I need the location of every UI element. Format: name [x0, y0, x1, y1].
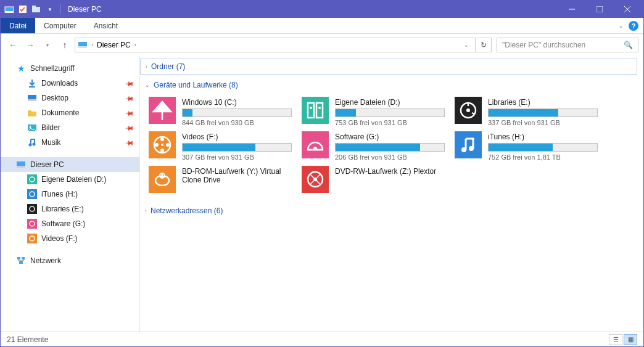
drive-name: Videos (F:) — [182, 133, 294, 141]
ribbon-tab-computer[interactable]: Computer — [35, 18, 85, 33]
breadcrumb-chevron-icon[interactable]: › — [134, 42, 136, 48]
qat-properties-icon[interactable] — [17, 3, 29, 15]
sidebar-item-label: Videos (F:) — [41, 234, 77, 243]
drive-stat: 337 GB frei von 931 GB — [488, 119, 600, 126]
qat-separator — [60, 4, 60, 14]
drive-usage-bar — [335, 143, 445, 152]
drive-name: Software (G:) — [335, 133, 447, 141]
svg-rect-32 — [22, 257, 25, 259]
sidebar-quick-item[interactable]: Musik📌 — [1, 135, 139, 150]
sidebar-this-pc[interactable]: Dieser PC — [1, 157, 139, 172]
sidebar-drive-item[interactable]: Software (G:) — [1, 216, 139, 231]
drive-tile[interactable]: DVD-RW-Laufwerk (Z:) Plextor — [298, 163, 451, 198]
drive-icon — [149, 166, 176, 193]
drive-icon — [27, 218, 38, 229]
sidebar-drive-item[interactable]: Libraries (E:) — [1, 202, 139, 216]
minimize-button[interactable] — [558, 1, 585, 18]
breadcrumb-root[interactable]: Dieser PC — [97, 41, 131, 49]
pin-icon: 📌 — [125, 123, 134, 133]
music-icon — [27, 137, 38, 148]
svg-rect-53 — [455, 131, 482, 158]
svg-point-55 — [469, 146, 474, 151]
svg-rect-31 — [17, 257, 20, 259]
close-button[interactable] — [613, 1, 641, 18]
view-tiles-button[interactable]: ▦ — [624, 334, 637, 345]
search-icon[interactable]: 🔍 — [624, 41, 633, 49]
sidebar-item-label: Netzwerk — [30, 256, 61, 265]
qat-new-folder-icon[interactable] — [30, 3, 43, 15]
drive-usage-bar — [335, 108, 445, 117]
svg-point-15 — [30, 126, 31, 128]
chevron-down-icon: ⌄ — [145, 82, 150, 88]
drive-usage-bar — [488, 108, 598, 117]
view-details-button[interactable]: ☰ — [609, 334, 622, 345]
drive-name: Libraries (E:) — [488, 98, 600, 107]
drive-tile[interactable]: BD-ROM-Laufwerk (Y:) Virtual Clone Drive — [145, 163, 298, 198]
drive-tile[interactable]: Videos (F:)307 GB frei von 931 GB — [145, 129, 298, 163]
sidebar-item-label: Libraries (E:) — [41, 205, 84, 213]
svg-point-61 — [163, 174, 164, 176]
network-icon — [15, 255, 27, 266]
ribbon-tab-view[interactable]: Ansicht — [85, 18, 126, 33]
svg-point-49 — [161, 144, 163, 146]
ribbon-tab-file[interactable]: Datei — [1, 18, 35, 33]
drive-tile[interactable]: iTunes (H:)752 GB frei von 1,81 TB — [451, 129, 604, 163]
drive-name: BD-ROM-Laufwerk (Y:) Virtual Clone Drive — [182, 167, 294, 184]
svg-point-47 — [155, 143, 159, 147]
address-bar[interactable]: › Dieser PC › ⌄ — [75, 38, 476, 52]
qat-dropdown-icon[interactable]: ▼ — [44, 3, 56, 15]
main-content: › Ordner (7) ⌄ Geräte und Laufwerke (8) … — [140, 56, 643, 332]
breadcrumb-chevron-icon[interactable]: › — [91, 42, 93, 48]
sidebar-item-label: Schnellzugriff — [30, 64, 75, 73]
drive-usage-bar — [182, 143, 292, 152]
pictures-icon — [27, 122, 38, 133]
forward-button[interactable]: → — [23, 38, 38, 52]
group-label: Geräte und Laufwerke (8) — [154, 81, 238, 89]
svg-rect-1 — [5, 11, 14, 13]
svg-rect-23 — [27, 189, 37, 199]
titlebar: ▼ Dieser PC — [1, 1, 643, 18]
refresh-button[interactable]: ↻ — [476, 38, 492, 52]
drive-tile[interactable]: Windows 10 (C:)844 GB frei von 930 GB — [145, 94, 298, 129]
svg-point-42 — [466, 108, 470, 112]
sidebar-quick-access[interactable]: ★ Schnellzugriff — [1, 61, 139, 76]
drive-stat: 753 GB frei von 931 GB — [335, 119, 447, 126]
group-network[interactable]: › Netzwerkadressen (6) — [140, 203, 637, 219]
group-drives[interactable]: ⌄ Geräte und Laufwerke (8) — [140, 77, 637, 93]
pin-icon: 📌 — [125, 137, 134, 147]
address-dropdown-icon[interactable]: ⌄ — [460, 42, 473, 48]
group-folders[interactable]: › Ordner (7) — [140, 59, 637, 75]
system-menu-icon[interactable] — [3, 3, 15, 15]
sidebar-drive-item[interactable]: Eigene Dateien (D:) — [1, 172, 139, 187]
ribbon-expand-icon[interactable]: ⌄ — [619, 23, 624, 29]
drive-stat: 844 GB frei von 930 GB — [182, 119, 294, 126]
up-button[interactable]: ↑ — [57, 38, 72, 52]
sidebar-quick-item[interactable]: Desktop📌 — [1, 91, 139, 105]
sidebar-drive-item[interactable]: Videos (F:) — [1, 231, 139, 246]
folder-icon — [27, 107, 38, 118]
sidebar-quick-item[interactable]: Downloads📌 — [1, 76, 139, 91]
help-icon[interactable]: ? — [629, 21, 638, 31]
window-title: Dieser PC — [68, 5, 102, 14]
sidebar-network[interactable]: Netzwerk — [1, 253, 139, 268]
svg-rect-13 — [28, 99, 36, 101]
back-button[interactable]: ← — [6, 38, 20, 52]
search-box[interactable]: 🔍 — [497, 38, 638, 52]
sidebar-quick-item[interactable]: Dokumente📌 — [1, 105, 139, 120]
drive-stat: 206 GB frei von 931 GB — [335, 153, 447, 161]
drive-tile[interactable]: Eigene Dateien (D:)753 GB frei von 931 G… — [298, 94, 451, 129]
sidebar-quick-item[interactable]: Bilder📌 — [1, 120, 139, 135]
pin-icon: 📌 — [125, 108, 134, 118]
drive-icon — [149, 97, 176, 124]
drive-name: Windows 10 (C:) — [182, 98, 294, 107]
search-input[interactable] — [502, 41, 624, 49]
recent-dropdown-icon[interactable]: ▾ — [40, 38, 55, 52]
svg-rect-35 — [302, 97, 329, 124]
drive-tile[interactable]: Software (G:)206 GB frei von 931 GB — [298, 129, 451, 163]
svg-rect-6 — [597, 6, 603, 12]
sidebar-item-label: Musik — [41, 138, 60, 147]
maximize-button[interactable] — [585, 1, 613, 18]
sidebar-drive-item[interactable]: iTunes (H:) — [1, 187, 139, 202]
address-pc-icon — [78, 40, 88, 50]
drive-tile[interactable]: Libraries (E:)337 GB frei von 931 GB — [451, 94, 604, 129]
